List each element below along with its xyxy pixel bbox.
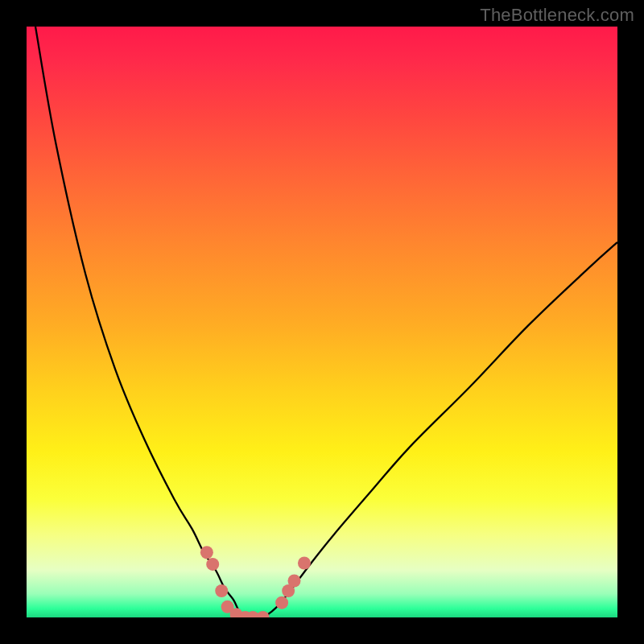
- chart-frame: TheBottleneck.com: [0, 0, 644, 644]
- curve-right: [263, 242, 617, 617]
- watermark: TheBottleneck.com: [480, 5, 634, 26]
- curve-left: [35, 27, 246, 617]
- marker-dot: [298, 556, 311, 569]
- marker-dot: [257, 611, 270, 617]
- plot-svg: [27, 27, 617, 617]
- plot-area: [27, 27, 617, 617]
- marker-dot: [200, 546, 213, 559]
- markers-group: [200, 546, 311, 617]
- marker-dot: [206, 558, 219, 571]
- marker-dot: [275, 597, 288, 609]
- marker-dot: [215, 584, 228, 597]
- marker-dot: [288, 574, 301, 587]
